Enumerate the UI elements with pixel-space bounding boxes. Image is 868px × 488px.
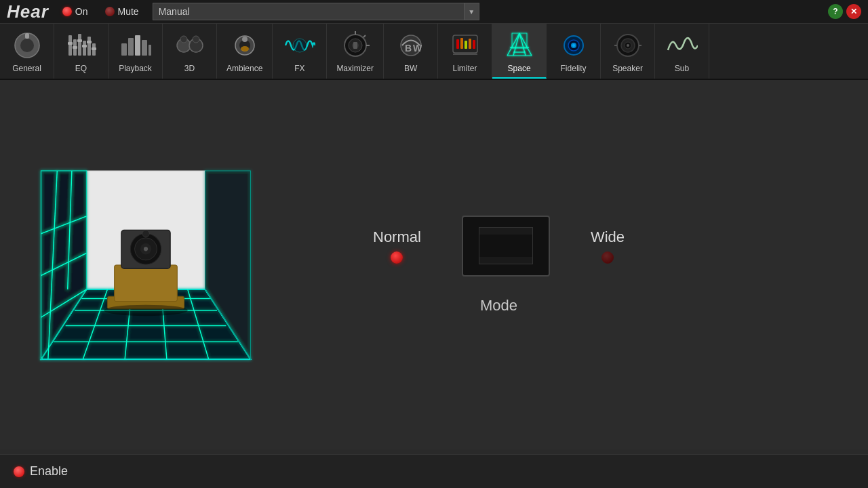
svg-line-33 bbox=[363, 35, 366, 37]
svg-rect-44 bbox=[473, 40, 475, 49]
fx-icon bbox=[283, 29, 316, 62]
3d-icon bbox=[174, 29, 206, 62]
svg-rect-18 bbox=[142, 40, 147, 56]
svg-point-23 bbox=[193, 36, 199, 43]
main-content: Normal Wide bbox=[0, 80, 868, 449]
fidelity-icon bbox=[557, 29, 590, 62]
svg-rect-43 bbox=[469, 39, 471, 49]
svg-rect-6 bbox=[83, 41, 86, 56]
space-controls: Normal Wide bbox=[373, 216, 625, 314]
room-visualization bbox=[27, 163, 264, 367]
tab-3d-label: 3D bbox=[184, 64, 195, 73]
on-button[interactable]: On bbox=[62, 6, 88, 17]
tab-playback[interactable]: Playback bbox=[108, 24, 163, 79]
svg-rect-3 bbox=[68, 35, 72, 56]
tab-ambience[interactable]: Ambience bbox=[217, 24, 273, 79]
tab-speaker-label: Speaker bbox=[612, 64, 643, 73]
enable-button[interactable]: Enable bbox=[14, 464, 68, 479]
mode-selector-row: Normal Wide bbox=[373, 216, 625, 277]
space-icon bbox=[503, 29, 536, 62]
bottom-bar: Enable bbox=[0, 454, 868, 488]
svg-point-57 bbox=[572, 44, 575, 47]
tab-space-label: Space bbox=[508, 64, 531, 73]
wide-mode-option[interactable]: Wide bbox=[591, 228, 625, 264]
limiter-icon bbox=[449, 29, 481, 62]
enable-indicator bbox=[14, 466, 24, 477]
svg-rect-9 bbox=[68, 42, 73, 45]
preset-bar: ▼ bbox=[153, 3, 821, 20]
svg-rect-14 bbox=[92, 47, 96, 50]
tab-bw-label: BW bbox=[404, 64, 417, 73]
svg-rect-35 bbox=[353, 42, 357, 49]
svg-rect-2 bbox=[25, 33, 29, 39]
tab-playback-label: Playback bbox=[119, 64, 152, 73]
tab-eq-label: EQ bbox=[75, 64, 87, 73]
mode-display-screen[interactable] bbox=[462, 216, 550, 277]
svg-text:B: B bbox=[405, 43, 412, 54]
tab-general[interactable]: General bbox=[0, 24, 54, 79]
tab-general-label: General bbox=[12, 64, 41, 73]
ambience-icon bbox=[229, 29, 261, 62]
svg-rect-42 bbox=[465, 41, 467, 49]
eq-icon bbox=[65, 29, 98, 62]
tab-limiter-label: Limiter bbox=[453, 64, 477, 73]
tab-fidelity-label: Fidelity bbox=[561, 64, 587, 73]
preset-dropdown-arrow[interactable]: ▼ bbox=[465, 3, 479, 20]
app-logo: Hear bbox=[7, 1, 49, 22]
svg-point-26 bbox=[242, 37, 248, 42]
svg-rect-93 bbox=[479, 228, 532, 235]
maximizer-icon bbox=[339, 29, 372, 62]
help-button[interactable]: ? bbox=[828, 4, 843, 19]
mute-button[interactable]: Mute bbox=[105, 6, 139, 17]
svg-rect-15 bbox=[121, 43, 127, 56]
enable-label: Enable bbox=[30, 464, 68, 479]
preset-input[interactable] bbox=[153, 3, 465, 20]
tab-fx[interactable]: FX bbox=[273, 24, 327, 79]
svg-rect-94 bbox=[479, 257, 532, 264]
wide-mode-label: Wide bbox=[591, 228, 625, 246]
svg-rect-7 bbox=[87, 37, 91, 56]
svg-rect-16 bbox=[128, 38, 134, 56]
tab-3d[interactable]: 3D bbox=[163, 24, 217, 79]
wide-mode-indicator bbox=[601, 251, 614, 264]
svg-rect-84 bbox=[115, 265, 178, 302]
tab-speaker[interactable]: Speaker bbox=[601, 24, 655, 79]
normal-mode-option[interactable]: Normal bbox=[373, 228, 421, 264]
svg-rect-10 bbox=[73, 46, 77, 49]
svg-text:W: W bbox=[413, 43, 422, 54]
tab-eq[interactable]: EQ bbox=[54, 24, 108, 79]
on-label: On bbox=[75, 6, 88, 17]
bw-icon: B W bbox=[395, 29, 427, 62]
svg-point-61 bbox=[627, 44, 629, 47]
tab-sub[interactable]: Sub bbox=[655, 24, 709, 79]
svg-point-89 bbox=[144, 247, 148, 251]
svg-point-22 bbox=[180, 36, 187, 43]
svg-rect-19 bbox=[149, 45, 151, 56]
header-bar: Hear On Mute ▼ ? ✕ bbox=[0, 0, 868, 24]
close-button[interactable]: ✕ bbox=[846, 4, 861, 19]
normal-mode-indicator bbox=[391, 251, 403, 264]
svg-rect-95 bbox=[479, 235, 532, 257]
tab-maximizer-label: Maximizer bbox=[336, 64, 374, 73]
svg-point-1 bbox=[20, 39, 34, 52]
svg-rect-41 bbox=[460, 38, 463, 49]
mute-label: Mute bbox=[118, 6, 139, 17]
playback-icon bbox=[119, 29, 152, 62]
speaker-icon bbox=[612, 29, 644, 62]
tab-ambience-label: Ambience bbox=[226, 64, 262, 73]
tab-limiter[interactable]: Limiter bbox=[438, 24, 492, 79]
tab-maximizer[interactable]: Maximizer bbox=[327, 24, 384, 79]
window-controls: ? ✕ bbox=[828, 4, 861, 19]
mode-section-title: Mode bbox=[480, 297, 517, 314]
svg-rect-11 bbox=[77, 39, 82, 42]
svg-rect-12 bbox=[82, 45, 87, 47]
svg-point-90 bbox=[142, 230, 149, 237]
tab-fidelity[interactable]: Fidelity bbox=[547, 24, 601, 79]
svg-rect-53 bbox=[512, 33, 527, 48]
svg-rect-17 bbox=[135, 35, 140, 56]
svg-rect-40 bbox=[456, 39, 459, 49]
svg-point-27 bbox=[241, 46, 249, 52]
svg-point-28 bbox=[293, 39, 307, 52]
tab-space[interactable]: Space bbox=[492, 24, 547, 79]
tab-bw[interactable]: B W BW bbox=[384, 24, 438, 79]
